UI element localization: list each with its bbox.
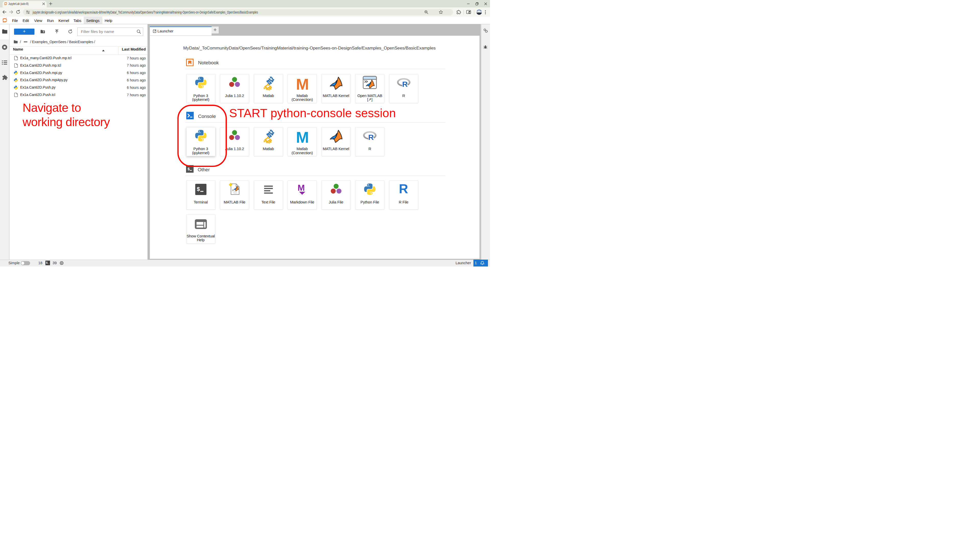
svg-text:$: $ <box>188 167 189 171</box>
svg-text:R: R <box>399 183 408 195</box>
svg-text:R: R <box>368 133 374 140</box>
svg-text:$: $ <box>197 186 200 192</box>
svg-text:M: M <box>298 183 304 193</box>
svg-text:R: R <box>402 80 407 87</box>
